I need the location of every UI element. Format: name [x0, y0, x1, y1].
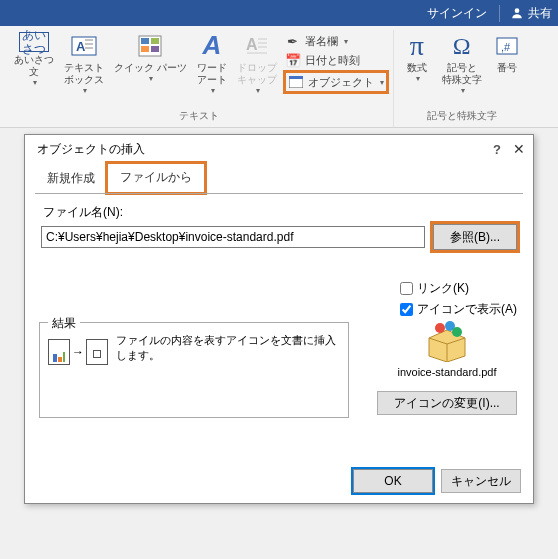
insert-object-dialog: オブジェクトの挿入 ? ✕ 新規作成 ファイルから ファイル名(N): 参照(B… [24, 134, 534, 504]
dialog-titlebar[interactable]: オブジェクトの挿入 ? ✕ [25, 135, 533, 163]
tab-new[interactable]: 新規作成 [35, 165, 107, 193]
help-button[interactable]: ? [493, 142, 501, 157]
number-button[interactable]: ,# 番号 [488, 30, 526, 107]
textbox-icon: A [70, 32, 98, 60]
icon-display-checkbox[interactable] [400, 303, 413, 316]
dialog-title: オブジェクトの挿入 [33, 141, 145, 158]
app-titlebar: サインイン 共有 [0, 0, 558, 26]
chevron-down-icon: ▾ [256, 86, 260, 96]
icon-display-label: アイコンで表示(A) [417, 301, 517, 318]
result-groupbox: 結果 → ファイルの内容を表すアイコンを文書に挿入します。 [39, 322, 349, 418]
datetime-label: 日付と時刻 [305, 53, 360, 68]
quickparts-button[interactable]: クイック パーツ▾ [110, 30, 191, 107]
dialog-tabs: 新規作成 ファイルから [25, 163, 533, 193]
icon-display-checkbox-row[interactable]: アイコンで表示(A) [400, 301, 517, 318]
result-illustration: → [48, 339, 108, 365]
object-label: オブジェクト [308, 75, 374, 90]
signature-button[interactable]: ✒署名欄▾ [283, 32, 389, 50]
result-description: ファイルの内容を表すアイコンを文書に挿入します。 [116, 333, 340, 364]
doc-source-icon [48, 339, 70, 365]
symbol-label: 記号と 特殊文字 [442, 62, 482, 86]
svg-rect-9 [141, 46, 149, 52]
chevron-down-icon: ▾ [83, 86, 87, 96]
link-label: リンク(K) [417, 280, 469, 297]
datetime-button[interactable]: 📅日付と時刻 [283, 51, 389, 69]
calendar-icon: 📅 [285, 52, 301, 68]
chevron-down-icon: ▾ [33, 78, 37, 88]
textbox-label: テキスト ボックス [64, 62, 104, 86]
chevron-down-icon: ▾ [211, 86, 215, 96]
dropcap-icon: A [243, 32, 271, 60]
equation-button[interactable]: π 数式▾ [398, 30, 436, 107]
object-button[interactable]: オブジェクト▾ [283, 70, 389, 94]
link-checkbox[interactable] [400, 282, 413, 295]
change-icon-button[interactable]: アイコンの変更(I)... [377, 391, 517, 415]
svg-rect-21 [58, 357, 62, 362]
link-checkbox-row[interactable]: リンク(K) [400, 280, 517, 297]
object-icon [288, 74, 304, 90]
close-button[interactable]: ✕ [513, 141, 525, 157]
dialog-footer: OK キャンセル [353, 469, 521, 493]
aisatsu-button[interactable]: あいさつ あいさつ 文▾ [10, 30, 58, 107]
share-button[interactable]: 共有 [499, 5, 552, 22]
equation-label: 数式 [407, 62, 427, 74]
svg-rect-8 [151, 38, 159, 44]
person-icon [510, 6, 524, 20]
chevron-down-icon: ▾ [149, 74, 153, 84]
cancel-button[interactable]: キャンセル [441, 469, 521, 493]
doc-target-icon [86, 339, 108, 365]
svg-text:A: A [76, 39, 86, 54]
svg-text:,#: ,# [501, 41, 511, 53]
dropcap-button[interactable]: A ドロップ キャップ▾ [233, 30, 281, 107]
ribbon-group-symbols-label: 記号と特殊文字 [427, 107, 497, 127]
signature-icon: ✒ [285, 33, 301, 49]
symbol-button[interactable]: Ω 記号と 特殊文字▾ [438, 30, 486, 107]
number-icon: ,# [493, 32, 521, 60]
dropcap-label: ドロップ キャップ [237, 62, 277, 86]
result-legend: 結果 [48, 315, 80, 332]
ok-button[interactable]: OK [353, 469, 433, 493]
filename-input[interactable] [41, 226, 425, 248]
svg-rect-17 [289, 76, 303, 79]
icon-preview: invoice-standard.pdf アイコンの変更(I)... [377, 320, 517, 415]
signin-link[interactable]: サインイン [427, 5, 487, 22]
preview-filename: invoice-standard.pdf [377, 366, 517, 379]
quickparts-label: クイック パーツ [114, 62, 187, 74]
browse-button[interactable]: 参照(B)... [433, 224, 517, 250]
signature-label: 署名欄 [305, 34, 338, 49]
ribbon-group-text-label: テキスト [179, 107, 219, 127]
aisatsu-icon: あいさつ [19, 32, 49, 52]
quickparts-icon [136, 32, 164, 60]
wordart-button[interactable]: A ワード アート▾ [193, 30, 231, 107]
svg-point-25 [452, 327, 462, 337]
svg-text:A: A [246, 36, 258, 53]
svg-rect-7 [141, 38, 149, 44]
chevron-down-icon: ▾ [416, 74, 420, 84]
chevron-down-icon: ▾ [380, 78, 384, 87]
number-label: 番号 [497, 62, 517, 74]
chevron-down-icon: ▾ [344, 37, 348, 46]
pi-icon: π [403, 32, 431, 60]
arrow-right-icon: → [72, 345, 84, 359]
ribbon: あいさつ あいさつ 文▾ A テキスト ボックス▾ クイック パーツ▾ A ワー… [0, 26, 558, 128]
aisatsu-label: あいさつ 文 [14, 54, 54, 78]
svg-rect-20 [53, 354, 57, 362]
chevron-down-icon: ▾ [461, 86, 465, 96]
wordart-label: ワード アート [197, 62, 227, 86]
wordart-icon: A [198, 32, 226, 60]
tab-panel: ファイル名(N): 参照(B)... リンク(K) アイコンで表示(A) 結果 … [35, 193, 523, 453]
svg-rect-10 [151, 46, 159, 52]
tab-from-file[interactable]: ファイルから [107, 163, 205, 193]
svg-rect-22 [63, 352, 65, 362]
svg-point-0 [515, 8, 520, 13]
textbox-button[interactable]: A テキスト ボックス▾ [60, 30, 108, 107]
package-icon [424, 320, 470, 362]
filename-label: ファイル名(N): [43, 204, 517, 221]
omega-icon: Ω [448, 32, 476, 60]
share-label: 共有 [528, 5, 552, 22]
svg-point-23 [435, 323, 445, 333]
